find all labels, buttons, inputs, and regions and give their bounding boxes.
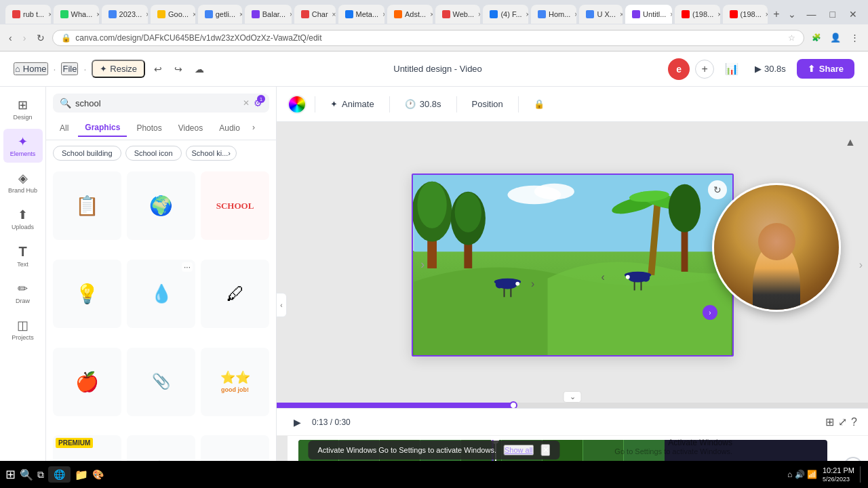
tab-videos[interactable]: Videos <box>172 119 210 137</box>
position-btn[interactable]: Position <box>465 96 510 113</box>
timeline-progress-bar[interactable] <box>277 403 868 408</box>
animate-btn[interactable]: ✦ Animate <box>323 96 381 113</box>
help-icon[interactable]: ? <box>851 416 857 428</box>
tab-yt2[interactable]: (198...× <box>723 5 768 24</box>
refresh-btn[interactable]: ↻ <box>33 30 48 45</box>
tabs-more-icon[interactable]: › <box>250 119 258 137</box>
back-btn[interactable]: ‹ <box>5 30 16 45</box>
forward-btn[interactable]: › <box>20 30 30 45</box>
grid-icon[interactable]: ⊞ <box>825 415 834 428</box>
address-bar[interactable]: 🔒 canva.com/design/DAFkCU645BE/v1dw23zXO… <box>52 30 804 46</box>
main-area: ✦ Animate 🕐 30.8s Position 🔒 ▲ <box>277 87 868 488</box>
tab-ux[interactable]: U X...× <box>579 5 623 24</box>
clear-icon[interactable]: ✕ <box>243 98 250 108</box>
expand-icon[interactable]: ⤢ <box>838 415 847 428</box>
color-swatch[interactable] <box>288 95 307 114</box>
element-card-crayons[interactable]: 🖊 <box>201 260 269 328</box>
timeline-dropdown-btn[interactable]: ⌄ <box>564 391 582 403</box>
avatar-btn[interactable]: e <box>668 58 690 80</box>
tab-yt1[interactable]: (198...× <box>675 5 720 24</box>
share-btn[interactable]: ⬆ Share <box>797 59 854 79</box>
webcam-overlay[interactable] <box>712 183 841 312</box>
tab-audio[interactable]: Audio <box>212 119 247 137</box>
tab-balar[interactable]: Balar...× <box>245 5 292 24</box>
tab-wha[interactable]: Wha...× <box>54 5 99 24</box>
sidebar-item-projects[interactable]: ◫ Projects <box>3 312 43 346</box>
tab-fb[interactable]: (4) F...× <box>483 5 528 24</box>
minimize-btn[interactable]: — <box>802 9 822 20</box>
search-taskbar-btn[interactable]: 🔍 <box>20 468 33 481</box>
show-all-btn[interactable]: Show all <box>503 445 534 455</box>
tab-photos[interactable]: Photos <box>130 119 168 137</box>
redo-btn[interactable]: ↪ <box>171 62 186 77</box>
file-btn[interactable]: File <box>61 62 78 75</box>
scroll-up-btn[interactable]: ▲ <box>844 136 857 149</box>
stats-btn[interactable]: 📊 <box>719 59 744 79</box>
sidebar-label-projects: Projects <box>12 334 34 341</box>
progress-thumb[interactable] <box>509 401 517 408</box>
show-desktop-btn[interactable] <box>860 466 863 483</box>
sidebar-item-brand[interactable]: ◈ Brand Hub <box>3 165 43 199</box>
search-input[interactable] <box>75 98 239 108</box>
sidebar-item-design[interactable]: ⊞ Design <box>3 92 43 126</box>
tab-rub[interactable]: rub t...× <box>5 5 51 24</box>
tab-graphics[interactable]: Graphics <box>78 119 127 137</box>
home-btn[interactable]: ⌂ Home <box>14 62 48 75</box>
sidebar-item-elements[interactable]: ✦ Elements <box>3 129 43 163</box>
tab-active[interactable]: Untitl...× <box>625 5 672 24</box>
tab-web[interactable]: Web...× <box>435 5 481 24</box>
browser-menu-btn[interactable]: ⋮ <box>846 30 863 46</box>
element-card-globe[interactable]: 🌍 <box>127 171 195 240</box>
clock-icon: 🕐 <box>405 99 416 109</box>
save-btn[interactable]: ☁ <box>191 62 208 77</box>
sidebar-item-uploads[interactable]: ⬆ Uploads <box>3 202 43 236</box>
tag-school-more[interactable]: School ki... › <box>186 146 237 161</box>
canvas-frame[interactable]: › ‹ › › <box>412 174 734 357</box>
tab-adst[interactable]: Adst...× <box>387 5 433 24</box>
sidebar-item-text[interactable]: T Text <box>3 239 43 273</box>
scroll-right-btn[interactable]: › <box>859 259 863 271</box>
start-btn[interactable]: ⊞ <box>5 467 16 482</box>
webcam-expand-btn[interactable]: › <box>703 305 717 320</box>
explorer-taskbar-btn[interactable]: 📁 <box>75 468 88 481</box>
tab-char[interactable]: Char× <box>294 5 336 24</box>
taskview-btn[interactable]: ⧉ <box>37 469 44 481</box>
element-card-school-text[interactable]: SCHOOL <box>201 171 269 240</box>
element-card-apple[interactable]: 🍎 <box>53 348 121 416</box>
tab-hom[interactable]: Hom...× <box>531 5 577 24</box>
tab-all[interactable]: All <box>53 119 75 137</box>
tab-meta[interactable]: Meta...× <box>338 5 384 24</box>
chrome-taskbar-btn[interactable]: 🌐 <box>48 466 71 483</box>
element-card-lightbulb[interactable]: 💡 <box>53 260 121 328</box>
tab-list-btn[interactable]: ⌄ <box>785 6 799 22</box>
tag-school-icon[interactable]: School icon <box>125 146 182 161</box>
timing-btn[interactable]: ▶ 30.8s <box>749 61 791 77</box>
tab-2023[interactable]: 2023...× <box>102 5 148 24</box>
close-btn[interactable]: ✕ <box>844 9 863 20</box>
element-card-stars[interactable]: ⭐⭐ good job! <box>201 348 269 416</box>
timing-btn-toolbar[interactable]: 🕐 30.8s <box>398 96 448 113</box>
search-input-wrap[interactable]: 🔍 ✕ ⚙ 1 <box>53 94 269 113</box>
new-tab-btn[interactable]: + <box>770 5 782 23</box>
profile-btn[interactable]: 👤 <box>827 30 844 46</box>
element-card-notebook[interactable]: 📋 <box>53 171 121 240</box>
tag-school-building[interactable]: School building <box>53 146 121 161</box>
element-card-paperclips[interactable]: 📎 <box>127 348 195 416</box>
sidebar-item-draw[interactable]: ✏ Draw <box>3 276 43 310</box>
notification-close-btn[interactable]: ✕ <box>541 444 551 456</box>
lock-btn[interactable]: 🔒 <box>527 96 551 113</box>
tab-getli[interactable]: getli...× <box>198 5 242 24</box>
photoshop-taskbar-btn[interactable]: 🎨 <box>92 469 104 480</box>
lock-icon: 🔒 <box>61 33 71 43</box>
filter-icon[interactable]: ⚙ 1 <box>254 98 262 108</box>
element-more-icon[interactable]: ··· <box>182 262 193 272</box>
canvas-refresh-btn[interactable]: ↻ <box>708 180 727 199</box>
undo-btn[interactable]: ↩ <box>151 62 165 77</box>
element-card-paint[interactable]: 💧 ··· <box>127 260 195 328</box>
plus-btn[interactable]: + <box>695 60 714 79</box>
extensions-btn[interactable]: 🧩 <box>808 30 825 46</box>
tab-goo[interactable]: Goo...× <box>151 5 195 24</box>
play-btn[interactable]: ▶ <box>288 413 307 432</box>
resize-btn[interactable]: ✦ Resize <box>92 60 145 78</box>
maximize-btn[interactable]: □ <box>825 9 841 20</box>
